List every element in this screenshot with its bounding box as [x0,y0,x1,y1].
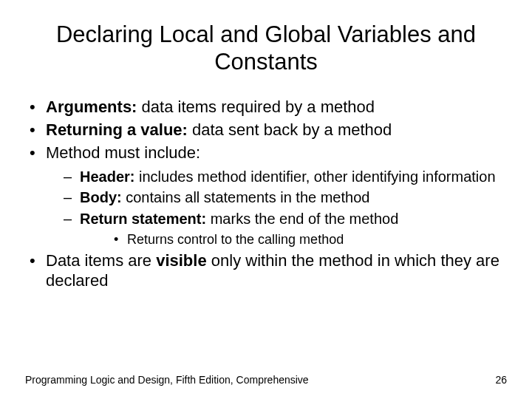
bullet-list-level2: Header: includes method identifier, othe… [46,168,507,248]
list-item: Body: contains all statements in the met… [46,188,507,206]
list-item: Returning a value: data sent back by a m… [25,120,507,140]
term-bold: Body: [80,189,122,205]
term-rest: data sent back by a method [188,120,392,139]
footer-page-number: 26 [495,374,507,386]
footer-left: Programming Logic and Design, Fifth Edit… [25,374,309,386]
item-pre: Data items are [46,251,156,270]
term-bold: Arguments: [46,98,137,116]
item-text: Method must include: [46,143,200,162]
item-text: Returns control to the calling method [127,232,344,247]
term-bold: Header: [80,168,134,185]
page-title: Declaring Local and Global Variables and… [25,21,507,75]
list-item: Header: includes method identifier, othe… [46,168,507,185]
term-bold: visible [156,251,206,270]
term-bold: Returning a value: [46,120,188,139]
term-rest: data items required by a method [137,98,375,116]
list-item: Method must include: Header: includes me… [25,143,507,248]
slide-footer: Programming Logic and Design, Fifth Edit… [0,374,532,386]
bullet-list-level1: Arguments: data items required by a meth… [25,98,507,290]
list-item: Data items are visible only within the m… [25,251,507,291]
term-rest: contains all statements in the method [122,189,370,205]
bullet-list-level3: Returns control to the calling method [80,232,507,248]
list-item: Returns control to the calling method [80,232,507,248]
list-item: Return statement: marks the end of the m… [46,210,507,248]
list-item: Arguments: data items required by a meth… [25,98,507,117]
term-rest: marks the end of the method [206,211,398,227]
term-bold: Return statement: [80,211,206,227]
term-rest: includes method identifier, other identi… [134,168,495,185]
